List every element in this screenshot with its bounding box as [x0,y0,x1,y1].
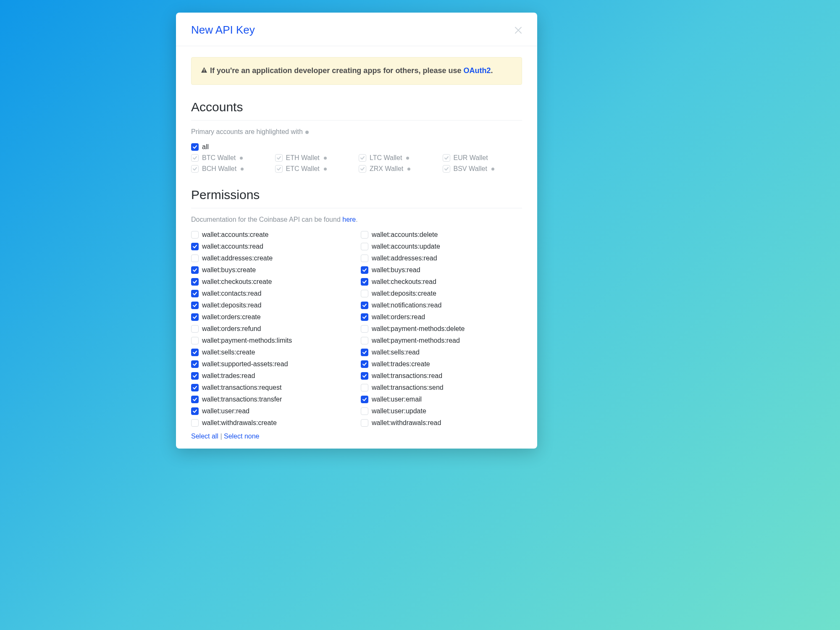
permission-item[interactable]: wallet:user:email [361,396,522,403]
permission-checkbox[interactable] [361,290,368,297]
permission-checkbox[interactable] [191,302,199,309]
permission-item[interactable]: wallet:deposits:read [191,302,352,309]
permission-label: wallet:orders:create [202,313,261,321]
permission-checkbox[interactable] [191,396,199,403]
select-none-link[interactable]: Select none [224,433,260,440]
permission-item[interactable]: wallet:supported-assets:read [191,360,352,368]
permission-label: wallet:addresses:read [372,255,437,262]
permission-item[interactable]: wallet:accounts:create [191,231,352,239]
permission-checkbox[interactable] [361,337,368,344]
permission-checkbox[interactable] [361,243,368,250]
permission-checkbox[interactable] [191,349,199,356]
account-all-label: all [202,143,209,151]
account-item[interactable]: ETH Wallet [275,154,355,162]
permission-checkbox[interactable] [361,384,368,391]
permission-item[interactable]: wallet:checkouts:create [191,278,352,286]
permission-checkbox[interactable] [191,313,199,321]
permission-checkbox[interactable] [361,396,368,403]
permission-item[interactable]: wallet:deposits:create [361,290,522,297]
permission-item[interactable]: wallet:buys:read [361,266,522,274]
permission-checkbox[interactable] [191,384,199,391]
account-checkbox[interactable] [275,165,283,173]
permission-checkbox[interactable] [191,231,199,239]
permission-item[interactable]: wallet:user:read [191,407,352,415]
permission-item[interactable]: wallet:accounts:delete [361,231,522,239]
checkbox-all[interactable] [191,143,199,151]
account-checkbox[interactable] [443,165,450,173]
permission-item[interactable]: wallet:sells:create [191,349,352,356]
permission-checkbox[interactable] [191,419,199,427]
select-all-link[interactable]: Select all [191,433,218,440]
permission-item[interactable]: wallet:accounts:read [191,243,352,250]
permission-item[interactable]: wallet:buys:create [191,266,352,274]
select-links: Select all | Select none [191,433,522,440]
permission-item[interactable]: wallet:transactions:send [361,384,522,391]
permission-item[interactable]: wallet:withdrawals:read [361,419,522,427]
permission-item[interactable]: wallet:user:update [361,407,522,415]
permission-item[interactable]: wallet:sells:read [361,349,522,356]
permission-checkbox[interactable] [191,243,199,250]
permission-item[interactable]: wallet:accounts:update [361,243,522,250]
permission-checkbox[interactable] [361,255,368,262]
account-item[interactable]: EUR Wallet [443,154,522,162]
account-item[interactable]: ZRX Wallet [359,165,438,173]
permission-item[interactable]: wallet:notifications:read [361,302,522,309]
account-label: BSV Wallet [454,165,487,173]
permission-item[interactable]: wallet:orders:read [361,313,522,321]
permission-checkbox[interactable] [361,313,368,321]
permission-item[interactable]: wallet:trades:create [361,360,522,368]
permission-checkbox[interactable] [191,360,199,368]
account-checkbox[interactable] [359,154,366,162]
account-all-row[interactable]: all [191,143,522,151]
permission-item[interactable]: wallet:transactions:request [191,384,352,391]
permission-checkbox[interactable] [191,255,199,262]
permission-checkbox[interactable] [191,407,199,415]
permission-item[interactable]: wallet:checkouts:read [361,278,522,286]
oauth2-link[interactable]: OAuth2 [463,66,491,75]
permission-checkbox[interactable] [361,360,368,368]
account-item[interactable]: BSV Wallet [443,165,522,173]
account-checkbox[interactable] [275,154,283,162]
permission-checkbox[interactable] [361,266,368,274]
permission-checkbox[interactable] [361,372,368,380]
account-item[interactable]: BTC Wallet [191,154,271,162]
permission-checkbox[interactable] [191,372,199,380]
permission-checkbox[interactable] [361,407,368,415]
permission-item[interactable]: wallet:transactions:read [361,372,522,380]
permission-item[interactable]: wallet:payment-methods:read [361,337,522,344]
account-checkbox[interactable] [191,165,199,173]
account-item[interactable]: ETC Wallet [275,165,355,173]
permission-checkbox[interactable] [191,278,199,286]
permission-checkbox[interactable] [361,278,368,286]
permission-item[interactable]: wallet:payment-methods:limits [191,337,352,344]
permission-item[interactable]: wallet:addresses:create [191,255,352,262]
permission-checkbox[interactable] [191,290,199,297]
permission-item[interactable]: wallet:withdrawals:create [191,419,352,427]
permission-item[interactable]: wallet:contacts:read [191,290,352,297]
permission-item[interactable]: wallet:trades:read [191,372,352,380]
permission-item[interactable]: wallet:orders:refund [191,325,352,333]
permission-item[interactable]: wallet:payment-methods:delete [361,325,522,333]
account-label: ZRX Wallet [370,165,403,173]
permission-checkbox[interactable] [361,302,368,309]
account-checkbox[interactable] [443,154,450,162]
permission-checkbox[interactable] [361,325,368,333]
api-docs-link[interactable]: here [342,216,356,223]
account-checkbox[interactable] [359,165,366,173]
account-item[interactable]: LTC Wallet [359,154,438,162]
primary-dot-icon [407,168,410,171]
permission-checkbox[interactable] [191,325,199,333]
account-item[interactable]: BCH Wallet [191,165,271,173]
permission-item[interactable]: wallet:addresses:read [361,255,522,262]
permission-checkbox[interactable] [361,231,368,239]
permission-item[interactable]: wallet:transactions:transfer [191,396,352,403]
permission-checkbox[interactable] [361,349,368,356]
permission-item[interactable]: wallet:orders:create [191,313,352,321]
permission-checkbox[interactable] [191,337,199,344]
permission-checkbox[interactable] [191,266,199,274]
permission-checkbox[interactable] [361,419,368,427]
permission-label: wallet:trades:create [372,360,430,368]
alert-text-before: If you're an application developer creat… [210,66,463,75]
account-checkbox[interactable] [191,154,199,162]
close-icon[interactable] [514,26,522,34]
